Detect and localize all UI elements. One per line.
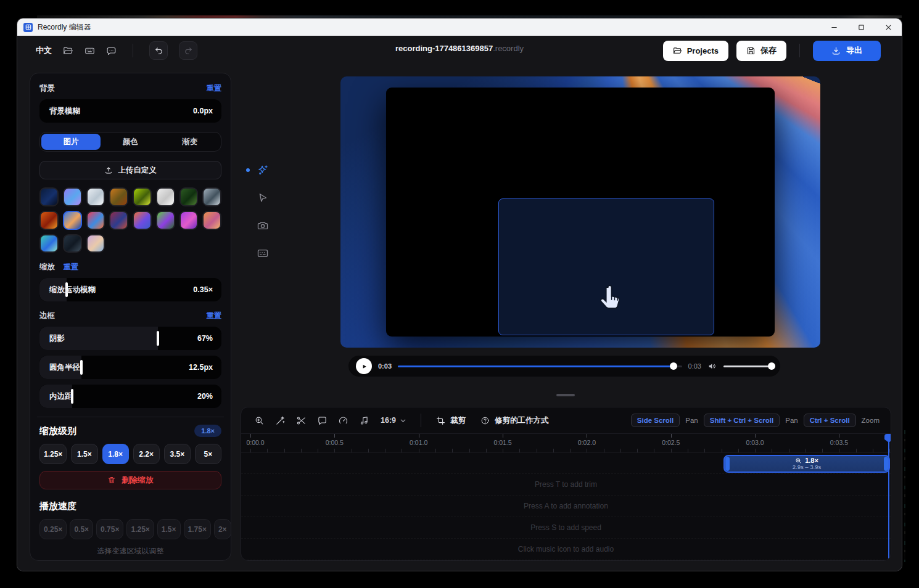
undo-button[interactable] bbox=[149, 41, 168, 60]
tab-color[interactable]: 颜色 bbox=[101, 134, 160, 150]
zoom-reset-link[interactable]: 重置 bbox=[64, 262, 78, 272]
zoom-level-option-1.5×[interactable]: 1.5× bbox=[71, 444, 97, 464]
background-reset-link[interactable]: 重置 bbox=[207, 83, 221, 94]
segment-left-handle[interactable] bbox=[725, 457, 730, 471]
timeline-zoom-button[interactable] bbox=[250, 412, 268, 429]
maximize-button[interactable] bbox=[847, 18, 875, 36]
seek-handle[interactable] bbox=[670, 362, 677, 370]
segment-right-handle[interactable] bbox=[884, 457, 888, 471]
background-thumbnail-5[interactable] bbox=[156, 187, 175, 206]
track-trim[interactable]: Press T to add trim bbox=[241, 474, 891, 496]
delete-zoom-button[interactable]: 删除缩放 bbox=[39, 471, 221, 489]
background-thumbnail-7[interactable] bbox=[202, 187, 221, 206]
settings-sidebar: 背景 重置 背景模糊0.0px 图片颜色渐变 上传自定义 缩放 重置 缩放运动模… bbox=[30, 73, 231, 561]
background-thumbnail-15[interactable] bbox=[202, 211, 221, 230]
background-thumbnail-3[interactable] bbox=[109, 187, 128, 206]
zoom-level-option-1.8×[interactable]: 1.8× bbox=[102, 444, 129, 464]
language-button[interactable]: 中文 bbox=[36, 45, 52, 56]
border-slider-1[interactable]: 圆角半径12.5px bbox=[39, 356, 221, 379]
track-annotation[interactable]: Press A to add annotation bbox=[241, 496, 891, 517]
speed-option-0.75×[interactable]: 0.75× bbox=[96, 519, 123, 539]
zoom-level-option-1.25×[interactable]: 1.25× bbox=[39, 444, 67, 464]
play-button[interactable] bbox=[356, 358, 372, 374]
slider-handle[interactable] bbox=[80, 360, 83, 375]
panel-resize-handle[interactable] bbox=[556, 394, 575, 396]
background-thumbnail-14[interactable] bbox=[179, 211, 199, 230]
auto-edit-button[interactable] bbox=[271, 412, 289, 429]
slider-handle[interactable] bbox=[157, 331, 159, 346]
background-thumbnail-13[interactable] bbox=[156, 211, 175, 230]
preview-canvas[interactable] bbox=[340, 76, 820, 348]
seek-bar[interactable] bbox=[398, 365, 682, 367]
open-folder-icon[interactable] bbox=[63, 46, 73, 56]
background-thumbnail-2[interactable] bbox=[86, 187, 105, 206]
minimize-button[interactable] bbox=[820, 18, 847, 36]
speed-button[interactable] bbox=[334, 412, 352, 429]
volume-fill bbox=[723, 365, 773, 367]
background-thumbnail-1[interactable] bbox=[63, 187, 82, 206]
save-button[interactable]: 保存 bbox=[736, 41, 786, 61]
background-thumbnail-17[interactable] bbox=[63, 234, 82, 253]
speed-option-1.75×[interactable]: 1.75× bbox=[184, 519, 211, 539]
zoom-level-option-3.5×[interactable]: 3.5× bbox=[164, 444, 191, 464]
volume-handle[interactable] bbox=[768, 362, 775, 370]
background-thumbnail-18[interactable] bbox=[86, 234, 105, 253]
timeline-toolbar: 16:9 裁剪 修剪的工作方式 Side ScrollPanShift + Ct… bbox=[241, 407, 891, 434]
zoom-level-option-5×[interactable]: 5× bbox=[195, 444, 221, 464]
background-blur-slider[interactable]: 背景模糊0.0px bbox=[39, 99, 221, 123]
volume-slider[interactable] bbox=[723, 365, 773, 367]
cut-button[interactable] bbox=[292, 412, 310, 429]
track-speed[interactable]: Press S to add speed bbox=[241, 517, 891, 539]
tab-gradient[interactable]: 渐变 bbox=[160, 134, 220, 150]
speed-option-0.25×[interactable]: 0.25× bbox=[39, 519, 67, 539]
speed-option-1.5×[interactable]: 1.5× bbox=[157, 519, 181, 539]
cursor-tool[interactable] bbox=[256, 191, 270, 205]
border-reset-link[interactable]: 重置 bbox=[207, 311, 221, 321]
playhead-line[interactable] bbox=[888, 434, 889, 558]
border-slider-2[interactable]: 内边距20% bbox=[39, 385, 221, 408]
background-thumbnail-8[interactable] bbox=[39, 211, 59, 230]
speed-option-1.25×[interactable]: 1.25× bbox=[126, 519, 154, 539]
trim-help-button[interactable]: 修剪的工作方式 bbox=[474, 415, 555, 426]
border-slider-0[interactable]: 阴影67% bbox=[39, 327, 221, 350]
zoom-motion-blur-slider[interactable]: 缩放运动模糊0.35× bbox=[39, 278, 221, 301]
background-thumbnail-11[interactable] bbox=[109, 211, 128, 230]
keyboard-shortcuts-icon[interactable] bbox=[84, 46, 95, 56]
zoom-region-selection[interactable] bbox=[498, 198, 714, 335]
background-thumbnail-6[interactable] bbox=[179, 187, 199, 206]
background-thumbnail-16[interactable] bbox=[39, 234, 59, 253]
timeline-toolbar-divider bbox=[421, 414, 421, 427]
music-button[interactable] bbox=[355, 412, 373, 429]
export-button[interactable]: 导出 bbox=[813, 41, 881, 61]
background-thumbnail-9[interactable] bbox=[63, 211, 82, 230]
caption-tool[interactable] bbox=[256, 247, 270, 260]
projects-button[interactable]: Projects bbox=[663, 41, 728, 61]
upload-custom-button[interactable]: 上传自定义 bbox=[39, 161, 221, 179]
shortcut-keys-2: Ctrl + Scroll bbox=[804, 414, 856, 427]
aspect-ratio-dropdown[interactable]: 16:9 bbox=[376, 416, 412, 425]
speech-bubble-icon bbox=[317, 415, 328, 426]
crop-button[interactable]: 裁剪 bbox=[430, 415, 472, 426]
speed-option-2×[interactable]: 2× bbox=[214, 519, 231, 539]
feedback-chat-icon[interactable] bbox=[106, 46, 117, 56]
auto-zoom-tool[interactable] bbox=[256, 163, 270, 177]
background-thumbnail-10[interactable] bbox=[86, 211, 105, 230]
volume-icon[interactable] bbox=[707, 361, 717, 371]
background-thumbnail-0[interactable] bbox=[39, 187, 59, 206]
timeline-ruler[interactable]: 0:00.00:00.50:01.00:01.50:02.00:02.50:03… bbox=[241, 434, 891, 453]
annotation-button[interactable] bbox=[313, 412, 331, 429]
background-thumbnail-4[interactable] bbox=[133, 187, 152, 206]
redo-button[interactable] bbox=[179, 41, 197, 60]
zoom-segment-block[interactable]: 1.8× 2.9s – 3.9s bbox=[723, 455, 890, 473]
ruler-major-tick bbox=[419, 434, 419, 438]
background-thumbnail-12[interactable] bbox=[133, 211, 152, 230]
speed-option-0.5×[interactable]: 0.5× bbox=[70, 519, 93, 539]
toolbar-divider bbox=[799, 44, 800, 57]
close-button[interactable] bbox=[875, 18, 902, 36]
tab-image[interactable]: 图片 bbox=[41, 134, 101, 150]
track-audio[interactable]: Click music icon to add audio bbox=[241, 539, 891, 560]
camera-tool[interactable] bbox=[256, 219, 270, 232]
zoom-level-option-2.2×[interactable]: 2.2× bbox=[133, 444, 160, 464]
ruler-label: 0:00.0 bbox=[242, 439, 268, 446]
toolbar-left: 中文 bbox=[17, 41, 197, 60]
